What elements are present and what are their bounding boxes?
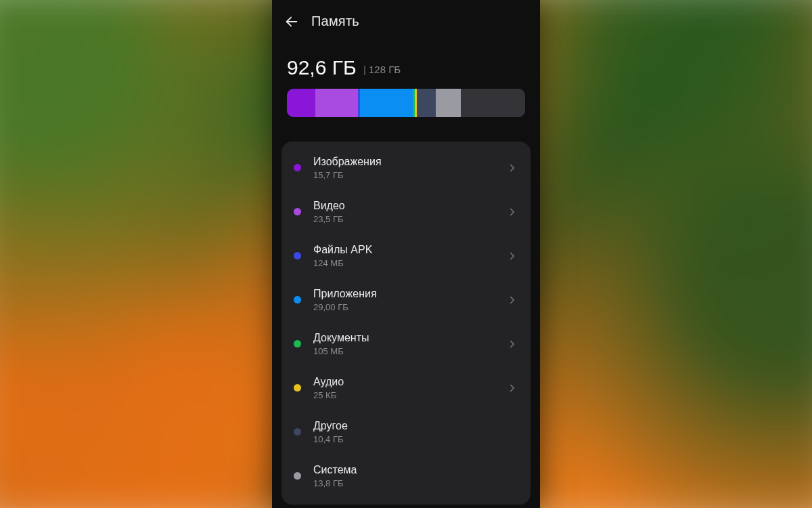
category-title: Другое <box>313 419 518 433</box>
category-row-apk[interactable]: Файлы APK124 МБ <box>281 234 531 278</box>
category-row-audio[interactable]: Аудио25 КБ <box>281 366 531 410</box>
category-size: 124 МБ <box>313 258 506 268</box>
category-color-dot <box>294 428 301 436</box>
page-title: Память <box>311 14 359 29</box>
storage-total-text: 128 ГБ <box>369 64 401 75</box>
chevron-right-icon <box>506 250 518 262</box>
category-title: Приложения <box>313 287 506 301</box>
storage-categories-card: Изображения15,7 ГБВидео23,5 ГБФайлы APK1… <box>281 142 531 505</box>
storage-total-value: |128 ГБ <box>363 64 401 75</box>
category-title: Изображения <box>313 155 506 169</box>
chevron-right-icon <box>506 382 518 394</box>
usage-segment-Другое <box>417 89 436 117</box>
chevron-right-icon <box>506 294 518 306</box>
storage-summary: 92,6 ГБ |128 ГБ <box>272 36 540 123</box>
category-color-dot <box>294 472 301 480</box>
category-row-images[interactable]: Изображения15,7 ГБ <box>281 146 531 190</box>
category-size: 13,8 ГБ <box>313 478 518 488</box>
arrow-left-icon <box>284 14 299 29</box>
category-title: Видео <box>313 199 506 213</box>
category-row-other: Другое10,4 ГБ <box>281 410 531 454</box>
category-color-dot <box>294 164 301 171</box>
storage-settings-screen: Память 92,6 ГБ |128 ГБ Изображения15,7 Г… <box>272 0 540 508</box>
header: Память <box>272 0 540 36</box>
back-button[interactable] <box>284 14 299 29</box>
category-size: 25 КБ <box>313 390 506 400</box>
category-labels: Видео23,5 ГБ <box>313 199 506 224</box>
category-title: Файлы APK <box>313 243 506 257</box>
category-color-dot <box>294 208 301 215</box>
category-size: 15,7 ГБ <box>313 170 506 180</box>
category-size: 29,00 ГБ <box>313 302 506 312</box>
category-color-dot <box>294 340 301 347</box>
category-row-video[interactable]: Видео23,5 ГБ <box>281 190 531 234</box>
category-title: Система <box>313 463 518 477</box>
category-labels: Приложения29,00 ГБ <box>313 287 506 312</box>
chevron-right-icon <box>506 338 518 350</box>
usage-segment-Система <box>436 89 461 117</box>
chevron-right-icon <box>506 162 518 174</box>
category-title: Аудио <box>313 375 506 389</box>
storage-used-value: 92,6 ГБ <box>287 56 357 79</box>
category-row-docs[interactable]: Документы105 МБ <box>281 322 531 366</box>
chevron-right-icon <box>506 206 518 218</box>
category-row-system: Система13,8 ГБ <box>281 454 531 498</box>
usage-segment-Изображения <box>287 89 315 117</box>
category-labels: Документы105 МБ <box>313 331 506 356</box>
category-labels: Другое10,4 ГБ <box>313 419 518 444</box>
category-title: Документы <box>313 331 506 345</box>
usage-segment-free <box>461 89 525 117</box>
category-color-dot <box>294 252 301 259</box>
category-labels: Система13,8 ГБ <box>313 463 518 488</box>
category-size: 23,5 ГБ <box>313 214 506 224</box>
category-size: 10,4 ГБ <box>313 434 518 444</box>
category-color-dot <box>294 296 301 303</box>
category-color-dot <box>294 384 301 391</box>
usage-segment-Приложения <box>360 89 413 117</box>
category-labels: Аудио25 КБ <box>313 375 506 400</box>
category-labels: Изображения15,7 ГБ <box>313 155 506 180</box>
storage-usage-bar <box>287 89 525 117</box>
category-row-apps[interactable]: Приложения29,00 ГБ <box>281 278 531 322</box>
category-size: 105 МБ <box>313 346 506 356</box>
usage-segment-Видео <box>315 89 358 117</box>
category-labels: Файлы APK124 МБ <box>313 243 506 268</box>
